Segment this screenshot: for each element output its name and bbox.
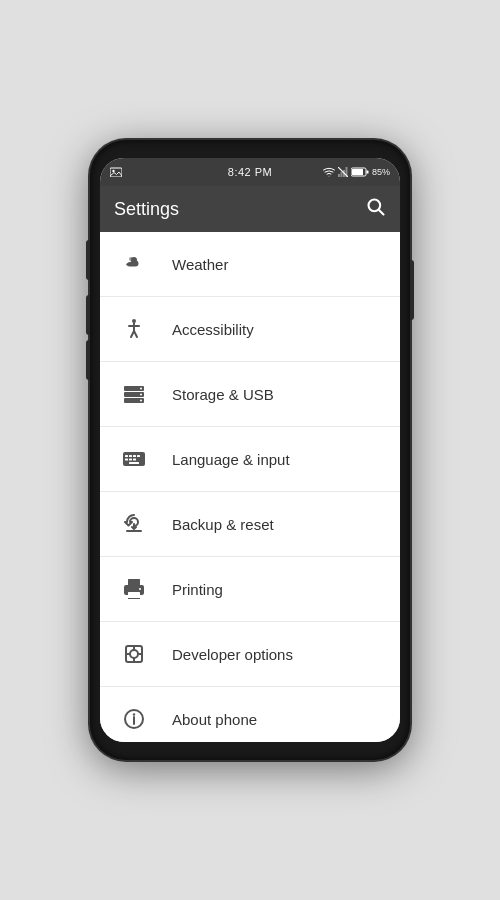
svg-line-11 <box>379 209 384 214</box>
about-label: About phone <box>172 711 257 728</box>
svg-rect-28 <box>133 455 136 457</box>
toolbar: Settings <box>100 186 400 232</box>
weather-label: Weather <box>172 256 228 273</box>
svg-rect-0 <box>110 168 122 177</box>
printing-label: Printing <box>172 581 223 598</box>
accessibility-icon <box>116 311 152 347</box>
settings-item-about[interactable]: About phone <box>100 687 400 742</box>
status-left <box>110 167 122 177</box>
svg-rect-9 <box>352 169 363 175</box>
language-icon <box>116 441 152 477</box>
signal-off-icon <box>338 167 348 177</box>
svg-point-22 <box>140 394 142 396</box>
svg-point-38 <box>130 650 138 658</box>
svg-rect-2 <box>338 174 340 177</box>
status-bar: 8:42 PM <box>100 158 400 186</box>
toolbar-title: Settings <box>114 199 179 220</box>
settings-item-printing[interactable]: Printing <box>100 557 400 622</box>
svg-point-36 <box>139 588 141 590</box>
settings-list: Weather Accessibility <box>100 232 400 742</box>
accessibility-label: Accessibility <box>172 321 254 338</box>
svg-rect-34 <box>128 579 140 585</box>
svg-rect-27 <box>129 455 132 457</box>
developer-icon <box>116 636 152 672</box>
svg-point-13 <box>129 257 133 261</box>
phone-screen: 8:42 PM <box>100 158 400 742</box>
status-right: 85% <box>323 167 390 177</box>
printing-icon <box>116 571 152 607</box>
svg-rect-29 <box>137 455 140 457</box>
svg-rect-35 <box>128 592 140 598</box>
weather-icon <box>116 246 152 282</box>
svg-point-1 <box>112 170 114 172</box>
storage-label: Storage & USB <box>172 386 274 403</box>
settings-item-accessibility[interactable]: Accessibility <box>100 297 400 362</box>
language-label: Language & input <box>172 451 290 468</box>
svg-rect-31 <box>129 459 132 461</box>
about-icon <box>116 701 152 737</box>
storage-icon <box>116 376 152 412</box>
backup-icon <box>116 506 152 542</box>
battery-icon <box>351 167 369 177</box>
status-time: 8:42 PM <box>228 166 272 178</box>
svg-point-45 <box>133 713 135 715</box>
svg-rect-33 <box>129 462 139 464</box>
battery-percent: 85% <box>372 167 390 177</box>
svg-rect-30 <box>125 459 128 461</box>
svg-rect-26 <box>125 455 128 457</box>
settings-item-weather[interactable]: Weather <box>100 232 400 297</box>
developer-label: Developer options <box>172 646 293 663</box>
settings-item-developer[interactable]: Developer options <box>100 622 400 687</box>
svg-rect-3 <box>340 172 342 177</box>
wifi-icon <box>323 167 335 177</box>
svg-rect-8 <box>366 171 368 174</box>
settings-item-storage[interactable]: Storage & USB <box>100 362 400 427</box>
backup-label: Backup & reset <box>172 516 274 533</box>
svg-point-20 <box>140 388 142 390</box>
image-icon <box>110 167 122 177</box>
phone-device: 8:42 PM <box>90 140 410 760</box>
search-button[interactable] <box>366 197 386 222</box>
svg-line-18 <box>134 331 137 337</box>
settings-item-backup[interactable]: Backup & reset <box>100 492 400 557</box>
svg-point-24 <box>140 400 142 402</box>
svg-rect-32 <box>133 459 136 461</box>
settings-item-language[interactable]: Language & input <box>100 427 400 492</box>
